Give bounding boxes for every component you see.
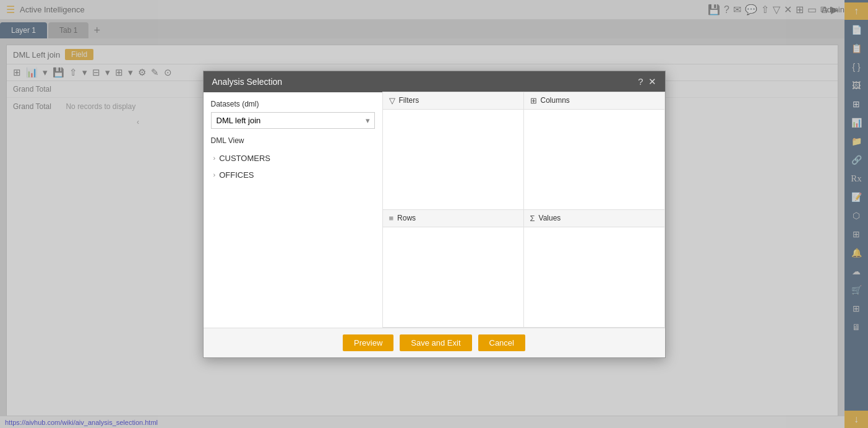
preview-button[interactable]: Preview	[343, 334, 393, 351]
dialog-title: Analysis Selection	[212, 77, 283, 87]
columns-panel-header: ⊞ Columns	[524, 92, 664, 110]
filters-label: Filters	[399, 96, 419, 105]
columns-panel: ⊞ Columns	[523, 92, 665, 210]
datasets-label: Datasets (dml)	[211, 100, 375, 108]
dialog-header: Analysis Selection ? ✕	[204, 71, 665, 92]
save-exit-button[interactable]: Save and Exit	[400, 334, 471, 351]
rows-panel-body[interactable]	[383, 227, 523, 327]
datasets-select-wrap: DML left join ▾	[211, 112, 375, 129]
cancel-button[interactable]: Cancel	[478, 334, 525, 351]
offices-label: OFFICES	[219, 170, 254, 180]
rows-panel: ≡ Rows	[382, 209, 524, 328]
values-panel: Σ Values	[523, 209, 665, 328]
values-icon: Σ	[530, 214, 535, 223]
filters-panel: ▽ Filters	[382, 92, 524, 210]
filters-icon: ▽	[389, 96, 395, 105]
dialog-right-panel: ▽ Filters ⊞ Columns ≡ Rows	[383, 92, 665, 328]
filters-panel-header: ▽ Filters	[383, 92, 523, 110]
tree-item-offices[interactable]: › OFFICES	[211, 167, 375, 183]
rows-label: Rows	[397, 214, 416, 222]
values-panel-body[interactable]	[524, 227, 664, 327]
rows-panel-header: ≡ Rows	[383, 210, 523, 227]
customers-chevron-icon: ›	[213, 154, 216, 162]
columns-icon: ⊞	[530, 96, 537, 105]
columns-panel-body[interactable]	[524, 110, 664, 209]
rows-icon: ≡	[389, 214, 394, 223]
offices-chevron-icon: ›	[213, 171, 216, 178]
customers-label: CUSTOMERS	[219, 154, 270, 163]
dialog-header-buttons: ? ✕	[638, 76, 656, 87]
datasets-select[interactable]: DML left join	[211, 112, 375, 129]
overlay: Analysis Selection ? ✕ Datasets (dml) DM…	[0, 0, 868, 428]
dialog-left-panel: Datasets (dml) DML left join ▾ DML View …	[204, 92, 383, 328]
dialog-footer: Preview Save and Exit Cancel	[204, 328, 665, 357]
dialog-close-button[interactable]: ✕	[648, 76, 656, 87]
dialog-body: Datasets (dml) DML left join ▾ DML View …	[204, 92, 665, 328]
values-label: Values	[539, 214, 561, 222]
values-panel-header: Σ Values	[524, 210, 664, 227]
dml-view-label: DML View	[211, 136, 375, 145]
columns-label: Columns	[541, 96, 570, 105]
analysis-selection-dialog: Analysis Selection ? ✕ Datasets (dml) DM…	[203, 71, 666, 358]
tree-item-customers[interactable]: › CUSTOMERS	[211, 150, 375, 167]
dialog-help-button[interactable]: ?	[638, 76, 643, 87]
filters-panel-body[interactable]	[383, 110, 523, 209]
